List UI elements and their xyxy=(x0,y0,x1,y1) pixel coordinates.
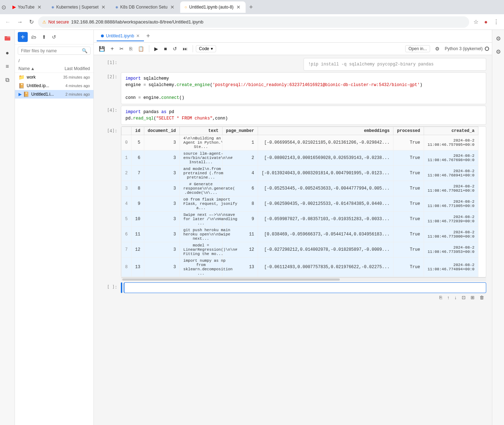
upload-button[interactable]: ⬆ xyxy=(40,33,48,41)
table-row: 7 12 3 model =LinearRegression()\n\n#Fit… xyxy=(122,242,478,257)
reload-button[interactable]: ↻ xyxy=(27,16,36,27)
cell-3-input[interactable]: import pandas as pdpd.read_sql("SELECT *… xyxy=(121,106,486,125)
cell-move-up-button[interactable]: ↑ xyxy=(445,294,452,301)
cell-format-button[interactable]: ⊡ xyxy=(460,294,468,301)
tab-k8sdb-close[interactable]: ✕ xyxy=(170,5,175,10)
file-item-untitled1[interactable]: ▶ 📔 Untitled1.i... 2 minutes ago xyxy=(15,90,93,99)
right-settings-button[interactable]: ⚙ xyxy=(493,33,503,44)
cell-merge-button[interactable]: ⊞ xyxy=(468,294,477,301)
notebook-content[interactable]: [1]: !pip install -q sqlalchemy psycopg2… xyxy=(94,55,492,425)
more-button[interactable]: ⋮ xyxy=(491,16,501,27)
cell-move-down-button[interactable]: ↓ xyxy=(452,294,459,301)
tab-bar: ⊙ ▶ YouTube ✕ ⎈ Kubernetes | Superset ✕ … xyxy=(0,0,504,14)
restart-run-button[interactable]: ⏭ xyxy=(181,44,190,53)
sidebar-puzzle-button[interactable]: ⧉ xyxy=(2,74,12,86)
notebook-tab-active[interactable]: Untitled1.ipynb ✕ xyxy=(97,31,144,41)
row-2-id: 7 xyxy=(132,166,144,181)
right-settings-panel: ⚙ ⚙ xyxy=(492,30,504,425)
col-header-docid: document_id xyxy=(144,127,179,135)
right-settings-button-2[interactable]: ⚙ xyxy=(493,46,503,58)
restart-kernel-button[interactable]: ↺ xyxy=(171,44,179,53)
cell-1-content[interactable]: !pip install -q sqlalchemy psycopg2-bina… xyxy=(304,58,486,71)
cell-empty-wrapper xyxy=(121,282,486,293)
sidebar-extensions-button[interactable]: ● xyxy=(3,47,12,59)
cell-empty-content[interactable]: ⎘ ↑ ↓ ⊡ ⊞ 🗑 xyxy=(121,282,486,302)
notebook-toolbar-right: Open in... ⚙ Python 3 (ipykernel) xyxy=(405,44,489,53)
col-header-created: created_a xyxy=(424,127,478,135)
tab-youtube-close[interactable]: ✕ xyxy=(37,5,42,10)
cell-1: [1]: !pip install -q sqlalchemy psycopg2… xyxy=(100,58,486,71)
cell-2-content[interactable]: import sqlalchemyengine = sqlalchemy.cre… xyxy=(121,72,486,104)
cell-1-input[interactable]: !pip install -q sqlalchemy psycopg2-bina… xyxy=(304,58,486,71)
address-bar[interactable]: ⚠ Not secure 192.168.86.208:8888/lab/wor… xyxy=(38,16,469,28)
k8sdb-favicon: ⎈ xyxy=(116,5,118,10)
new-tab-button[interactable]: + xyxy=(246,2,256,12)
row-7-docid: 3 xyxy=(144,242,179,257)
cell-copy-button[interactable]: ⎘ xyxy=(437,294,444,301)
kernel-settings-button[interactable]: ⚙ xyxy=(433,44,442,53)
sidebar-folder-button[interactable] xyxy=(1,32,14,46)
tab-k8sdb[interactable]: ⎈ K8s DB Connection Setu ✕ xyxy=(111,1,179,13)
run-cell-button[interactable]: ▶ xyxy=(152,44,160,53)
open-folder-button[interactable]: 🗁 xyxy=(29,33,38,41)
paste-cell-button[interactable]: 📋 xyxy=(136,44,146,53)
cut-cell-button[interactable]: ✂ xyxy=(117,44,126,53)
sidebar-list-button[interactable]: ≡ xyxy=(3,60,12,73)
col-header-embed: embeddings xyxy=(258,127,393,135)
notebook-tab-close[interactable]: ✕ xyxy=(136,33,140,38)
row-2-embed: [-0.013924043,0.0003201814,0.0047901995,… xyxy=(258,166,393,181)
cell-2-number: [2]: xyxy=(100,72,121,104)
add-cell-button[interactable]: + xyxy=(108,44,116,53)
tab-notebook-close[interactable]: ✕ xyxy=(236,5,241,10)
notebook-area: Untitled1.ipynb ✕ + 💾 + ✂ ⎘ 📋 ▶ ■ ↺ ⏭ Co… xyxy=(94,30,492,425)
file-list-header[interactable]: Name ▲ Last Modified xyxy=(15,65,93,73)
scrollbar-thumb[interactable] xyxy=(122,278,340,281)
copy-cell-button[interactable]: ⎘ xyxy=(127,44,134,53)
save-button[interactable]: 💾 xyxy=(97,44,107,53)
file-item-work[interactable]: 📁 work 35 minutes ago xyxy=(15,73,93,81)
row-0-text: 4\n\nBuilding an LLMAgent in Python.\n\n… xyxy=(179,135,222,150)
tab-youtube[interactable]: ▶ YouTube ✕ xyxy=(8,1,47,13)
row-6-id: 11 xyxy=(132,227,144,242)
search-icon: 🔍 xyxy=(82,48,87,53)
row-0-idx: 0 xyxy=(122,135,132,150)
chevron-down-icon: ▾ xyxy=(211,46,213,51)
cell-empty-input[interactable] xyxy=(124,282,486,293)
file-date-untitled: 4 minutes ago xyxy=(65,84,90,88)
open-in-button[interactable]: Open in... xyxy=(405,45,430,52)
file-item-untitled[interactable]: 📔 Untitled.ip... 4 minutes ago xyxy=(15,81,93,90)
row-1-docid: 3 xyxy=(144,150,179,166)
row-7-embed: [-0.027298212,0.014002078,-0.018285897,-… xyxy=(258,242,393,257)
cell-4-number: [4]: xyxy=(100,126,121,281)
file-search-input[interactable] xyxy=(21,48,82,53)
forward-button[interactable]: → xyxy=(15,17,25,27)
new-notebook-tab-button[interactable]: + xyxy=(144,32,152,40)
row-4-id: 9 xyxy=(132,196,144,212)
tab-kubernetes-close[interactable]: ✕ xyxy=(101,5,106,10)
stop-kernel-button[interactable]: ■ xyxy=(162,44,169,53)
file-search-box[interactable]: 🔍 xyxy=(18,47,91,55)
row-1-text: source llm-agent-env/bin/activate\n\n#In… xyxy=(179,150,222,166)
cell-empty-number: [ ]: xyxy=(100,282,121,302)
row-3-docid: 3 xyxy=(144,181,179,196)
tab-kubernetes[interactable]: ⎈ Kubernetes | Superset ✕ xyxy=(47,1,111,13)
browser-icon: ⊙ xyxy=(1,4,6,11)
cell-delete-button[interactable]: 🗑 xyxy=(477,294,486,301)
cell-3-content[interactable]: import pandas as pdpd.read_sql("SELECT *… xyxy=(121,106,486,125)
back-button[interactable]: ← xyxy=(3,17,13,27)
output-table-wrapper[interactable]: id document_id text page_number embeddin… xyxy=(121,126,486,277)
file-list: 📁 work 35 minutes ago 📔 Untitled.ip... 4… xyxy=(15,73,93,425)
horizontal-scrollbar[interactable] xyxy=(121,277,486,281)
table-row: 5 10 3 Swipe next —->\n\nsavefor later /… xyxy=(122,212,478,227)
row-3-embed: [-0.05253445,-0.0052453633,-0.0044777994… xyxy=(258,181,393,196)
name-header-label: Name xyxy=(18,66,30,71)
bookmark-button[interactable]: ☆ xyxy=(471,16,481,27)
refresh-button[interactable]: ↺ xyxy=(50,33,58,41)
cell-type-dropdown[interactable]: Code ▾ xyxy=(196,45,216,52)
new-file-button[interactable]: + xyxy=(18,32,28,42)
profile-button[interactable]: ● xyxy=(482,16,490,27)
row-0-id: 5 xyxy=(132,135,144,150)
row-3-text: # Generateresponse\n\n.generate(.decode(… xyxy=(179,181,222,196)
tab-notebook[interactable]: ○ Untitled1.ipynb (auto-8) ✕ xyxy=(180,1,246,13)
cell-2-input[interactable]: import sqlalchemyengine = sqlalchemy.cre… xyxy=(121,72,486,104)
